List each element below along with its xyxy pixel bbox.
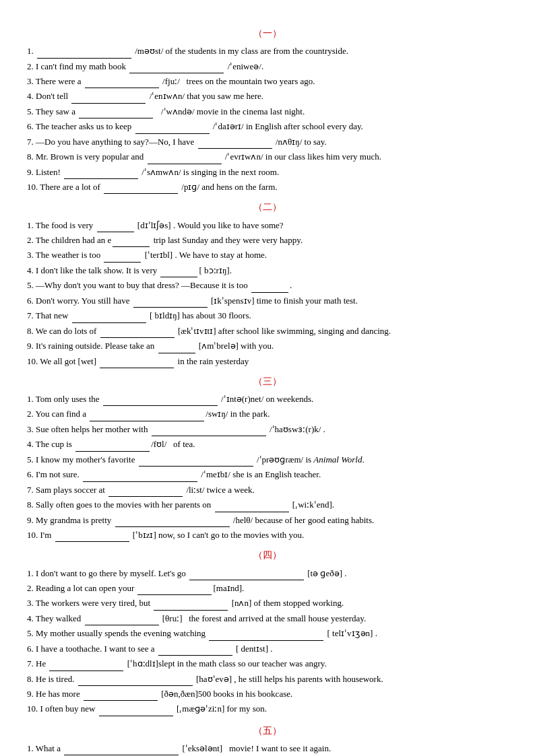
list-item: 3. There were a /fjuː/ trees on the moun… bbox=[27, 74, 508, 88]
list-item: 4. The cup is /fʊl/ of tea. bbox=[27, 437, 508, 451]
list-item: 7. Sam plays soccer at /liːst/ twice a w… bbox=[27, 483, 508, 497]
list-item: 7. —Do you have anything to say?—No, I h… bbox=[27, 135, 508, 149]
list-item: 6. I'm not sure. /ˈmeɪbɪ/ she is an Engl… bbox=[27, 467, 508, 481]
blank bbox=[104, 184, 178, 194]
list-item: 2. The children had an e trip last Sunda… bbox=[27, 233, 508, 247]
blank bbox=[90, 412, 204, 421]
list-item: 2. I can't find my math book /ˈeniweə/. bbox=[27, 59, 508, 73]
list-item: 5. They saw a /ˈwʌndə/ movie in the cine… bbox=[27, 104, 508, 118]
blank bbox=[160, 268, 197, 277]
section-1-title: （一） bbox=[27, 26, 508, 41]
blank bbox=[84, 691, 158, 701]
list-item: 8. Mr. Brown is very popular and /ˈevrɪw… bbox=[27, 149, 508, 164]
section-5-title: （五） bbox=[27, 723, 508, 738]
list-item: 9. It's raining outside. Please take an … bbox=[27, 339, 508, 353]
blank bbox=[189, 571, 304, 580]
list-item: 9. My grandma is pretty /helθ/ because o… bbox=[27, 513, 508, 527]
list-item: 4. Don't tell /ˈenɪwʌn/ that you saw me … bbox=[27, 89, 508, 103]
list-item: 6. I have a toothache. I want to see a [… bbox=[27, 642, 508, 656]
blank bbox=[251, 283, 288, 293]
list-item: 10. There are a lot of /pɪɡ/ and hens on… bbox=[27, 180, 508, 194]
page-container: （一） 1. /məʊst/ of the students in my cla… bbox=[27, 26, 508, 756]
blank bbox=[115, 518, 230, 527]
blank bbox=[64, 746, 179, 755]
list-item: 5. —Why don't you want to buy that dress… bbox=[27, 278, 508, 292]
list-item: 2. You can find a /swɪŋ/ in the park. bbox=[27, 407, 508, 421]
list-item: 3. The workers were very tired, but [nʌn… bbox=[27, 596, 508, 610]
blank bbox=[113, 238, 150, 247]
blank bbox=[108, 487, 183, 497]
list-item: 9. Listen! /ˈsʌmwʌn/ is singing in the n… bbox=[27, 165, 508, 179]
blank bbox=[158, 646, 232, 656]
list-item: 10. We all got [wet] in the rain yesterd… bbox=[27, 354, 508, 368]
blank bbox=[79, 109, 153, 118]
blank bbox=[49, 662, 123, 671]
blank bbox=[158, 344, 195, 353]
blank bbox=[100, 329, 175, 338]
blank bbox=[148, 155, 222, 164]
section-4-list: 1. I don't want to go there by myself. L… bbox=[27, 566, 508, 716]
blank bbox=[75, 442, 150, 452]
list-item: 7. He [ˈhɑːdlɪ]slept in the math class s… bbox=[27, 656, 508, 671]
list-item: 8. We can do lots of [ækˈtɪvɪtɪ] after s… bbox=[27, 324, 508, 338]
section-2: （二） 1. The food is very [dɪˈlɪʃəs] . Wou… bbox=[27, 199, 508, 368]
blank bbox=[129, 64, 224, 73]
blank bbox=[154, 601, 228, 611]
blank bbox=[209, 631, 323, 641]
blank bbox=[135, 125, 210, 134]
section-3: （三） 1. Tom only uses the /ˈɪntə(r)net/ o… bbox=[27, 374, 508, 542]
section-1-list: 1. /məʊst/ of the students in my class a… bbox=[27, 44, 508, 194]
section-3-title: （三） bbox=[27, 374, 508, 389]
list-item: 4. I don't like the talk show. It is ver… bbox=[27, 263, 508, 277]
blank bbox=[55, 532, 129, 542]
section-5-list: 1. What a [ˈeksələnt] movie! I want to s… bbox=[27, 741, 508, 756]
list-item: 1. /məʊst/ of the students in my class a… bbox=[27, 44, 508, 58]
blank bbox=[85, 79, 159, 88]
list-item: 1. I don't want to go there by myself. L… bbox=[27, 566, 508, 580]
blank bbox=[71, 94, 146, 104]
list-item: 3. Sue often helps her mother with /ˈhaʊ… bbox=[27, 422, 508, 436]
list-item: 6. The teacher asks us to keep /ˈdaɪərɪ/… bbox=[27, 119, 508, 133]
blank bbox=[198, 139, 272, 149]
section-5: （五） 1. What a [ˈeksələnt] movie! I want … bbox=[27, 723, 508, 756]
list-item: 1. What a [ˈeksələnt] movie! I want to s… bbox=[27, 741, 508, 755]
blank bbox=[99, 707, 173, 716]
list-item: 10. I often buy new [ˌmæɡəˈziːn] for my … bbox=[27, 701, 508, 716]
section-4: （四） 1. I don't want to go there by mysel… bbox=[27, 547, 508, 716]
section-2-title: （二） bbox=[27, 199, 508, 215]
list-item: 7. That new [ bɪldɪŋ] has about 30 floor… bbox=[27, 308, 508, 322]
list-item: 1. The food is very [dɪˈlɪʃəs] . Would y… bbox=[27, 218, 508, 232]
list-item: 9. He has more [ðən,ðæn]500 books in his… bbox=[27, 687, 508, 701]
list-item: 8. Sally often goes to the movies with h… bbox=[27, 497, 508, 512]
blank bbox=[85, 616, 159, 625]
blank bbox=[215, 503, 289, 512]
blank bbox=[133, 298, 208, 308]
blank bbox=[83, 473, 197, 482]
section-2-list: 1. The food is very [dɪˈlɪʃəs] . Would y… bbox=[27, 218, 508, 368]
list-item: 5. I know my mother's favorite /ˈprəʊɡræ… bbox=[27, 452, 508, 467]
blank bbox=[152, 427, 266, 436]
section-1: （一） 1. /məʊst/ of the students in my cla… bbox=[27, 26, 508, 194]
blank bbox=[64, 170, 138, 179]
blank bbox=[104, 253, 141, 263]
blank bbox=[72, 314, 146, 323]
blank bbox=[137, 586, 212, 595]
list-item: 3. The weather is too [ˈterɪbl] . We hav… bbox=[27, 248, 508, 262]
list-item: 2. Reading a lot can open your [maɪnd]. bbox=[27, 581, 508, 595]
list-item: 5. My mother usually spends the evening … bbox=[27, 626, 508, 640]
list-item: 8. He is tired. [haʊˈevə] , he still hel… bbox=[27, 672, 508, 686]
blank bbox=[103, 397, 218, 406]
blank bbox=[100, 359, 174, 368]
section-4-title: （四） bbox=[27, 547, 508, 563]
blank bbox=[37, 49, 131, 59]
blank bbox=[97, 223, 134, 232]
list-item: 6. Don't worry. You still have [ɪkˈspens… bbox=[27, 294, 508, 308]
blank bbox=[139, 457, 253, 467]
section-3-list: 1. Tom only uses the /ˈɪntə(r)net/ on we… bbox=[27, 392, 508, 542]
list-item: 1. Tom only uses the /ˈɪntə(r)net/ on we… bbox=[27, 392, 508, 406]
list-item: 10. I'm [ˈbɪzɪ] now, so I can't go to th… bbox=[27, 528, 508, 542]
blank bbox=[78, 677, 193, 686]
list-item: 4. They walked [θruː] the forest and arr… bbox=[27, 611, 508, 625]
